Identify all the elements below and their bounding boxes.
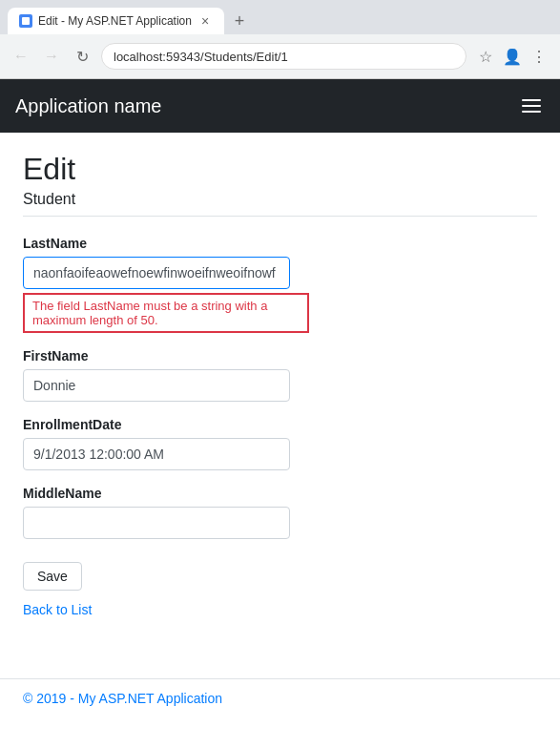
page-subtitle: Student xyxy=(23,191,537,208)
middle-name-input[interactable] xyxy=(23,507,290,539)
browser-icons: ☆ 👤 ⋮ xyxy=(474,45,550,68)
tab-bar: Edit - My ASP.NET Application × + xyxy=(0,0,560,34)
browser-chrome: Edit - My ASP.NET Application × + ← → ↻ … xyxy=(0,0,560,79)
first-name-input[interactable] xyxy=(23,369,290,402)
page-title: Edit xyxy=(23,152,537,187)
footer: © 2019 - My ASP.NET Application xyxy=(0,678,560,717)
tab-title: Edit - My ASP.NET Application xyxy=(38,14,192,28)
enrollment-date-input[interactable] xyxy=(23,438,290,470)
footer-text: © 2019 - My ASP.NET Application xyxy=(23,691,222,706)
back-button[interactable]: ← xyxy=(10,45,32,68)
last-name-group: LastName The field LastName must be a st… xyxy=(23,236,537,333)
enrollment-date-label: EnrollmentDate xyxy=(23,417,537,432)
middle-name-label: MiddleName xyxy=(23,486,537,501)
divider xyxy=(23,216,537,217)
active-tab[interactable]: Edit - My ASP.NET Application × xyxy=(8,8,224,34)
hamburger-line-1 xyxy=(522,99,541,101)
forward-button[interactable]: → xyxy=(40,45,63,68)
app-name: Application name xyxy=(15,95,161,117)
tab-favicon xyxy=(19,14,32,28)
first-name-label: FirstName xyxy=(23,348,537,364)
save-button[interactable]: Save xyxy=(23,562,82,591)
address-input[interactable] xyxy=(101,43,467,70)
app-header: Application name xyxy=(0,79,560,133)
last-name-error: The field LastName must be a string with… xyxy=(23,293,309,333)
middle-name-group: MiddleName xyxy=(23,486,537,539)
hamburger-line-2 xyxy=(522,105,541,107)
tab-close-button[interactable]: × xyxy=(197,13,213,29)
bookmark-icon[interactable]: ☆ xyxy=(474,45,497,68)
new-tab-button[interactable]: + xyxy=(228,10,251,32)
last-name-input[interactable] xyxy=(23,257,290,289)
refresh-button[interactable]: ↻ xyxy=(71,45,93,68)
last-name-label: LastName xyxy=(23,236,537,251)
edit-form: LastName The field LastName must be a st… xyxy=(23,236,537,602)
hamburger-menu[interactable] xyxy=(518,95,545,116)
menu-icon[interactable]: ⋮ xyxy=(528,45,550,68)
main-content: Edit Student LastName The field LastName… xyxy=(0,133,560,678)
profile-icon[interactable]: 👤 xyxy=(501,45,524,68)
back-to-list-link[interactable]: Back to List xyxy=(23,602,537,617)
enrollment-date-group: EnrollmentDate xyxy=(23,417,537,470)
hamburger-line-3 xyxy=(522,111,541,113)
address-bar: ← → ↻ ☆ 👤 ⋮ xyxy=(0,34,560,78)
first-name-group: FirstName xyxy=(23,348,537,402)
